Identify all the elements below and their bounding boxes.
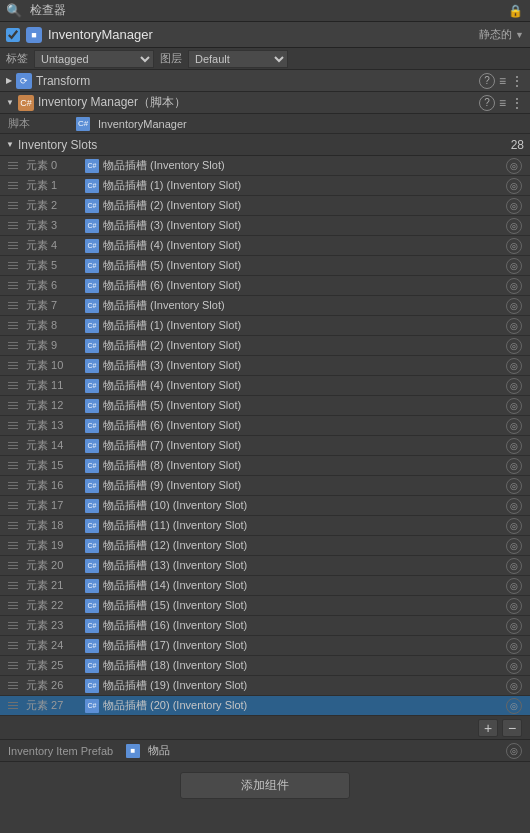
inventory-manager-triangle-icon: ▼ — [6, 98, 14, 107]
gameobject-name[interactable]: InventoryManager — [48, 27, 153, 42]
tag-select[interactable]: Untagged — [34, 50, 154, 68]
slot-select-button[interactable]: ◎ — [506, 538, 522, 554]
list-item[interactable]: 元素 23 C# 物品插槽 (16) (Inventory Slot) ◎ — [0, 616, 530, 636]
slot-select-button[interactable]: ◎ — [506, 618, 522, 634]
slot-select-button[interactable]: ◎ — [506, 678, 522, 694]
lock-button[interactable]: 🔒 — [506, 2, 524, 20]
prefab-row: Inventory Item Prefab ■ 物品 ◎ — [0, 740, 530, 762]
script-row: 脚本 C# InventoryManager — [0, 114, 530, 134]
slots-title: Inventory Slots — [18, 138, 97, 152]
slot-select-button[interactable]: ◎ — [506, 578, 522, 594]
slot-select-button[interactable]: ◎ — [506, 218, 522, 234]
list-item[interactable]: 元素 7 C# 物品插槽 (Inventory Slot) ◎ — [0, 296, 530, 316]
slot-select-button[interactable]: ◎ — [506, 478, 522, 494]
list-item[interactable]: 元素 22 C# 物品插槽 (15) (Inventory Slot) ◎ — [0, 596, 530, 616]
list-item[interactable]: 元素 17 C# 物品插槽 (10) (Inventory Slot) ◎ — [0, 496, 530, 516]
slot-select-button[interactable]: ◎ — [506, 558, 522, 574]
slot-select-button[interactable]: ◎ — [506, 198, 522, 214]
list-item[interactable]: 元素 13 C# 物品插槽 (6) (Inventory Slot) ◎ — [0, 416, 530, 436]
transform-help-button[interactable]: ? — [479, 73, 495, 89]
list-item[interactable]: 元素 19 C# 物品插槽 (12) (Inventory Slot) ◎ — [0, 536, 530, 556]
slot-select-button[interactable]: ◎ — [506, 378, 522, 394]
slots-triangle-icon[interactable]: ▼ — [6, 140, 14, 149]
list-item[interactable]: 元素 26 C# 物品插槽 (19) (Inventory Slot) ◎ — [0, 676, 530, 696]
list-item[interactable]: 元素 0 C# 物品插槽 (Inventory Slot) ◎ — [0, 156, 530, 176]
list-item[interactable]: 元素 11 C# 物品插槽 (4) (Inventory Slot) ◎ — [0, 376, 530, 396]
list-item[interactable]: 元素 10 C# 物品插槽 (3) (Inventory Slot) ◎ — [0, 356, 530, 376]
slot-label: 元素 8 — [26, 318, 81, 333]
list-item[interactable]: 元素 3 C# 物品插槽 (3) (Inventory Slot) ◎ — [0, 216, 530, 236]
slot-value: 物品插槽 (8) (Inventory Slot) — [103, 458, 502, 473]
slot-select-button[interactable]: ◎ — [506, 698, 522, 714]
inventory-manager-name: Inventory Manager（脚本） — [38, 94, 186, 111]
transform-kebab-button[interactable]: ⋮ — [510, 74, 524, 88]
list-item[interactable]: 元素 1 C# 物品插槽 (1) (Inventory Slot) ◎ — [0, 176, 530, 196]
slot-select-button[interactable]: ◎ — [506, 258, 522, 274]
list-item[interactable]: 元素 12 C# 物品插槽 (5) (Inventory Slot) ◎ — [0, 396, 530, 416]
add-component-button[interactable]: 添加组件 — [180, 772, 350, 799]
slot-value: 物品插槽 (3) (Inventory Slot) — [103, 218, 502, 233]
slot-label: 元素 15 — [26, 458, 81, 473]
slot-file-icon: C# — [85, 559, 99, 573]
drag-handle — [8, 602, 22, 609]
list-item[interactable]: 元素 16 C# 物品插槽 (9) (Inventory Slot) ◎ — [0, 476, 530, 496]
slot-select-button[interactable]: ◎ — [506, 418, 522, 434]
remove-slot-button[interactable]: − — [502, 719, 522, 737]
list-item[interactable]: 元素 25 C# 物品插槽 (18) (Inventory Slot) ◎ — [0, 656, 530, 676]
list-item[interactable]: 元素 2 C# 物品插槽 (2) (Inventory Slot) ◎ — [0, 196, 530, 216]
slot-file-icon: C# — [85, 339, 99, 353]
slot-select-button[interactable]: ◎ — [506, 318, 522, 334]
prefab-select-button[interactable]: ◎ — [506, 743, 522, 759]
slot-select-button[interactable]: ◎ — [506, 278, 522, 294]
list-item[interactable]: 元素 14 C# 物品插槽 (7) (Inventory Slot) ◎ — [0, 436, 530, 456]
drag-handle — [8, 662, 22, 669]
list-item[interactable]: 元素 24 C# 物品插槽 (17) (Inventory Slot) ◎ — [0, 636, 530, 656]
layer-select[interactable]: Default — [188, 50, 288, 68]
slot-select-button[interactable]: ◎ — [506, 358, 522, 374]
drag-handle — [8, 322, 22, 329]
slot-value: 物品插槽 (2) (Inventory Slot) — [103, 198, 502, 213]
prefab-label: Inventory Item Prefab — [8, 745, 118, 757]
slot-select-button[interactable]: ◎ — [506, 658, 522, 674]
list-item[interactable]: 元素 9 C# 物品插槽 (2) (Inventory Slot) ◎ — [0, 336, 530, 356]
slot-select-button[interactable]: ◎ — [506, 238, 522, 254]
prefab-value[interactable]: 物品 — [148, 743, 498, 758]
slot-label: 元素 17 — [26, 498, 81, 513]
slot-select-button[interactable]: ◎ — [506, 498, 522, 514]
slot-select-button[interactable]: ◎ — [506, 438, 522, 454]
slot-label: 元素 12 — [26, 398, 81, 413]
slot-select-button[interactable]: ◎ — [506, 598, 522, 614]
slot-file-icon: C# — [85, 619, 99, 633]
script-file-icon: C# — [76, 117, 90, 131]
list-item[interactable]: 元素 5 C# 物品插槽 (5) (Inventory Slot) ◎ — [0, 256, 530, 276]
slot-select-button[interactable]: ◎ — [506, 458, 522, 474]
list-item[interactable]: 元素 4 C# 物品插槽 (4) (Inventory Slot) ◎ — [0, 236, 530, 256]
slot-select-button[interactable]: ◎ — [506, 298, 522, 314]
list-item[interactable]: 元素 18 C# 物品插槽 (11) (Inventory Slot) ◎ — [0, 516, 530, 536]
inventory-manager-settings-button[interactable]: ≡ — [499, 96, 506, 110]
go-active-checkbox[interactable] — [6, 28, 20, 42]
script-value[interactable]: InventoryManager — [98, 118, 187, 130]
inventory-manager-help-button[interactable]: ? — [479, 95, 495, 111]
list-item[interactable]: 元素 8 C# 物品插槽 (1) (Inventory Slot) ◎ — [0, 316, 530, 336]
slot-label: 元素 5 — [26, 258, 81, 273]
list-item[interactable]: 元素 21 C# 物品插槽 (14) (Inventory Slot) ◎ — [0, 576, 530, 596]
slot-select-button[interactable]: ◎ — [506, 178, 522, 194]
slot-select-button[interactable]: ◎ — [506, 338, 522, 354]
slot-select-button[interactable]: ◎ — [506, 638, 522, 654]
add-slot-button[interactable]: + — [478, 719, 498, 737]
list-item[interactable]: 元素 20 C# 物品插槽 (13) (Inventory Slot) ◎ — [0, 556, 530, 576]
slot-select-button[interactable]: ◎ — [506, 398, 522, 414]
list-item[interactable]: 元素 27 C# 物品插槽 (20) (Inventory Slot) ◎ — [0, 696, 530, 716]
slot-select-button[interactable]: ◎ — [506, 158, 522, 174]
drag-handle — [8, 182, 22, 189]
slot-file-icon: C# — [85, 239, 99, 253]
drag-handle — [8, 242, 22, 249]
list-item[interactable]: 元素 6 C# 物品插槽 (6) (Inventory Slot) ◎ — [0, 276, 530, 296]
static-toggle[interactable]: 静态的 ▼ — [479, 27, 524, 42]
slot-select-button[interactable]: ◎ — [506, 518, 522, 534]
transform-settings-button[interactable]: ≡ — [499, 74, 506, 88]
inventory-manager-kebab-button[interactable]: ⋮ — [510, 96, 524, 110]
list-item[interactable]: 元素 15 C# 物品插槽 (8) (Inventory Slot) ◎ — [0, 456, 530, 476]
static-dropdown-arrow[interactable]: ▼ — [515, 30, 524, 40]
